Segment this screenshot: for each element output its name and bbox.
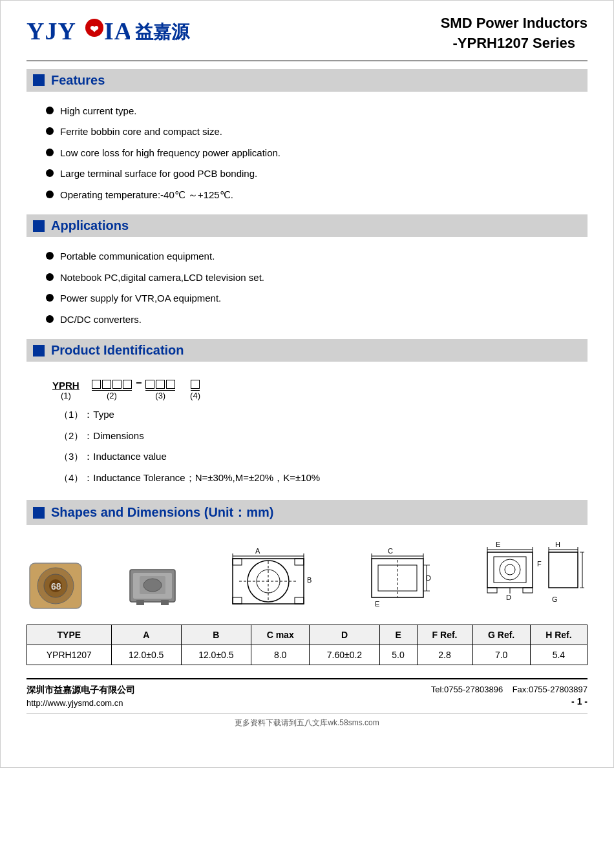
applications-icon — [33, 220, 45, 232]
page-header: YJY ❤ IA 益嘉源 SMD Power Inductors -YPRH12… — [26, 14, 588, 61]
code-box — [112, 380, 122, 389]
svg-text:C: C — [388, 547, 393, 555]
bottom-note: 更多资料下载请到五八文库wk.58sms.com — [26, 713, 588, 728]
svg-rect-12 — [161, 600, 169, 605]
list-item: DC/DC converters. — [46, 309, 588, 331]
inductor-side-svg — [127, 560, 178, 612]
svg-text:B: B — [307, 576, 312, 584]
cell-b: 12.0±0.5 — [181, 645, 251, 665]
cell-e: 5.0 — [379, 645, 417, 665]
footer-contact: Tel:0755-27803896 Fax:0755-27803897 — [431, 685, 588, 694]
col-gref: G Ref. — [472, 625, 530, 645]
svg-rect-11 — [136, 600, 144, 605]
list-item: Portable communication equipment. — [46, 246, 588, 267]
logo-area: YJY ❤ IA 益嘉源 — [26, 14, 189, 51]
svg-point-53 — [505, 564, 515, 575]
code-dash: − — [136, 377, 142, 389]
diagram-area: 68 A — [26, 534, 588, 625]
footer-right: Tel:0755-27803896 Fax:0755-27803897 - 1 … — [431, 685, 588, 707]
cell-gref: 7.0 — [472, 645, 530, 665]
product-id-icon — [33, 345, 45, 356]
svg-text:IA: IA — [104, 17, 130, 45]
col-e: E — [379, 625, 417, 645]
bullet-dot — [46, 273, 54, 281]
svg-rect-55 — [523, 588, 533, 593]
col-d: D — [310, 625, 379, 645]
list-item: （2）：Dimensions — [59, 426, 568, 447]
svg-text:68: 68 — [51, 581, 61, 592]
code-box — [191, 380, 200, 389]
col-type: TYPE — [27, 625, 112, 645]
svg-point-14 — [143, 579, 162, 592]
svg-rect-56 — [549, 552, 578, 588]
svg-rect-54 — [487, 588, 497, 593]
features-title: Features — [51, 73, 105, 88]
shapes-section-header: Shapes and Dimensions (Unit：mm) — [26, 500, 588, 525]
code-spacer — [83, 379, 88, 389]
svg-rect-24 — [233, 597, 242, 604]
svg-point-52 — [500, 559, 520, 580]
svg-text:F: F — [537, 560, 542, 568]
cell-fref: 2.8 — [417, 645, 472, 665]
list-item: Power supply for VTR,OA equipment. — [46, 288, 588, 309]
list-item: （1）：Type — [59, 404, 568, 426]
bullet-dot — [46, 107, 54, 114]
svg-rect-51 — [494, 557, 526, 583]
col-fref: F Ref. — [417, 625, 472, 645]
product-id-section-header: Product Identification — [26, 339, 588, 362]
tech-drawing-side: C D E — [359, 547, 436, 612]
svg-text:E: E — [496, 541, 500, 548]
features-section-header: Features — [26, 69, 588, 92]
list-item: （4）：Inductance Tolerance；N=±30%,M=±20%，K… — [59, 468, 568, 489]
list-item: Operating temperature:-40℃ ～+125℃. — [46, 185, 588, 206]
product-id-title: Product Identification — [51, 343, 184, 358]
bullet-dot — [46, 315, 54, 323]
product-desc-list: （1）：Type （2）：Dimensions （3）：Inductance v… — [46, 404, 568, 488]
shapes-title: Shapes and Dimensions (Unit：mm) — [51, 504, 274, 521]
bullet-dot — [46, 252, 54, 260]
col-a: A — [111, 625, 181, 645]
code-box — [156, 380, 165, 389]
list-item: Large terminal surface for good PCB bond… — [46, 163, 588, 185]
code-label-1: (1) — [61, 391, 71, 400]
svg-rect-22 — [233, 559, 242, 565]
svg-text:H: H — [555, 541, 560, 548]
code-spacer2 — [179, 379, 186, 389]
col-b: B — [181, 625, 251, 645]
cell-a: 12.0±0.5 — [111, 645, 181, 665]
cell-cmax: 8.0 — [251, 645, 309, 665]
bullet-dot — [46, 149, 54, 156]
bullet-dot — [46, 169, 54, 177]
logo-cn: 益嘉源 — [135, 20, 189, 45]
footer-left: 深圳市益嘉源电子有限公司 http://www.yjysmd.com.cn — [26, 685, 135, 708]
product-id-area: YPRH (1) (2) − (3) — [26, 371, 588, 497]
col-href: H Ref. — [530, 625, 587, 645]
code-label-2: (2) — [107, 391, 117, 400]
svg-text:E: E — [375, 600, 379, 608]
code-label-3: (3) — [155, 391, 165, 400]
cell-type: YPRH1207 — [27, 645, 112, 665]
code-box — [123, 380, 132, 389]
svg-rect-25 — [295, 597, 304, 604]
svg-text:❤: ❤ — [90, 24, 99, 35]
shapes-icon — [33, 507, 45, 519]
list-item: High current type. — [46, 101, 588, 122]
inductor-photo-svg: 68 — [26, 560, 85, 612]
bullet-dot — [46, 127, 54, 135]
svg-rect-23 — [295, 559, 304, 565]
dimensions-table: TYPE A B C max D E F Ref. G Ref. H Ref. … — [26, 625, 588, 665]
bullet-dot — [46, 294, 54, 302]
tech-drawing-top: A B — [220, 547, 317, 612]
table-row: YPRH1207 12.0±0.5 12.0±0.5 8.0 7.60±0.2 … — [27, 645, 588, 665]
list-item: （3）：Inductance value — [59, 446, 568, 468]
list-item: Ferrite bobbin core and compact size. — [46, 121, 588, 143]
applications-section-header: Applications — [26, 214, 588, 237]
applications-list: Portable communication equipment. Notebo… — [26, 246, 588, 336]
cell-d: 7.60±0.2 — [310, 645, 379, 665]
code-label-4: (4) — [190, 391, 200, 400]
page-number: - 1 - — [571, 696, 588, 707]
tech-drawing-front: E H F — [478, 541, 588, 612]
table-header-row: TYPE A B C max D E F Ref. G Ref. H Ref. — [27, 625, 588, 645]
code-box — [166, 380, 175, 389]
features-icon — [33, 74, 45, 86]
